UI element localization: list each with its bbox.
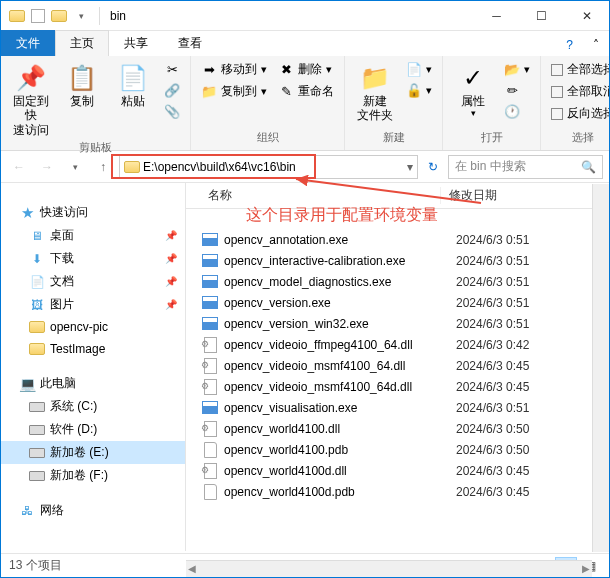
file-list-pane: 这个目录用于配置环境变量 名称 修改日期 opencv_annotation.e… — [186, 183, 609, 551]
up-button[interactable]: ↑ — [91, 155, 115, 179]
sidebar-drive-d[interactable]: 软件 (D:) — [1, 418, 185, 441]
tab-file[interactable]: 文件 — [1, 30, 55, 56]
column-name[interactable]: 名称 — [186, 187, 441, 204]
file-name: opencv_world4100.dll — [224, 422, 456, 436]
copy-button[interactable]: 📋复制 — [58, 59, 106, 111]
search-input[interactable]: 在 bin 中搜索 🔍 — [448, 155, 603, 179]
open-button[interactable]: 📂▾ — [500, 59, 534, 79]
qat-prop-icon[interactable] — [51, 8, 67, 24]
selectall-button[interactable]: 全部选择 — [547, 59, 610, 80]
history-button[interactable]: 🕐 — [500, 101, 534, 121]
dll-icon — [202, 379, 218, 395]
tab-share[interactable]: 共享 — [109, 30, 163, 56]
file-name: opencv_interactive-calibration.exe — [224, 254, 456, 268]
copypath-button[interactable]: 🔗 — [160, 80, 184, 100]
refresh-button[interactable]: ↻ — [422, 156, 444, 178]
file-date: 2024/6/3 0:51 — [456, 317, 529, 331]
easyaccess-button[interactable]: 🔓▾ — [402, 80, 436, 100]
navbar: ← → ▾ ↑ E:\opencv\build\x64\vc16\bin ▾ ↻… — [1, 151, 609, 183]
selectnone-button[interactable]: 全部取消 — [547, 81, 610, 102]
window-title: bin — [110, 9, 126, 23]
copyto-button[interactable]: 📁复制到 ▾ — [197, 81, 271, 102]
file-row[interactable]: opencv_world4100d.dll2024/6/3 0:45 — [186, 460, 609, 481]
newfolder-button[interactable]: 📁新建 文件夹 — [351, 59, 399, 126]
horizontal-scrollbar[interactable]: ▶◀ — [186, 560, 592, 577]
file-date: 2024/6/3 0:45 — [456, 359, 529, 373]
vertical-scrollbar[interactable] — [592, 184, 609, 552]
rename-button[interactable]: ✎重命名 — [274, 81, 338, 102]
file-row[interactable]: opencv_annotation.exe2024/6/3 0:51 — [186, 229, 609, 250]
cut-button[interactable]: ✂ — [160, 59, 184, 79]
sidebar-drive-c[interactable]: 系统 (C:) — [1, 395, 185, 418]
group-select-label: 选择 — [572, 130, 594, 147]
help-button[interactable]: ? — [556, 34, 583, 56]
pictures-icon: 🖼 — [29, 297, 45, 313]
file-name: opencv_world4100d.dll — [224, 464, 456, 478]
file-name: opencv_version.exe — [224, 296, 456, 310]
pdb-icon — [202, 484, 218, 500]
sidebar-network[interactable]: 🖧网络 — [1, 499, 185, 522]
separator — [99, 7, 100, 25]
tab-view[interactable]: 查看 — [163, 30, 217, 56]
selectinvert-button[interactable]: 反向选择 — [547, 103, 610, 124]
file-row[interactable]: opencv_videoio_ffmpeg4100_64.dll2024/6/3… — [186, 334, 609, 355]
sidebar-downloads[interactable]: ⬇下载📌 — [1, 247, 185, 270]
sidebar-this-pc[interactable]: 💻此电脑 — [1, 372, 185, 395]
column-date[interactable]: 修改日期 — [441, 187, 609, 204]
file-row[interactable]: opencv_model_diagnostics.exe2024/6/3 0:5… — [186, 271, 609, 292]
recent-dropdown[interactable]: ▾ — [63, 155, 87, 179]
file-name: opencv_videoio_msmf4100_64d.dll — [224, 380, 456, 394]
drive-icon — [29, 468, 45, 484]
file-row[interactable]: opencv_visualisation.exe2024/6/3 0:51 — [186, 397, 609, 418]
maximize-button[interactable]: ☐ — [519, 1, 564, 30]
delete-button[interactable]: ✖删除 ▾ — [274, 59, 338, 80]
file-name: opencv_annotation.exe — [224, 233, 456, 247]
close-button[interactable]: ✕ — [564, 1, 609, 30]
drive-icon — [29, 399, 45, 415]
sidebar-desktop[interactable]: 🖥桌面📌 — [1, 224, 185, 247]
moveto-icon: ➡ — [201, 62, 217, 78]
edit-button[interactable]: ✏ — [500, 80, 534, 100]
sidebar-drive-f[interactable]: 新加卷 (F:) — [1, 464, 185, 487]
properties-button[interactable]: ✓属性▾ — [449, 59, 497, 122]
file-row[interactable]: opencv_interactive-calibration.exe2024/6… — [186, 250, 609, 271]
group-new-label: 新建 — [383, 130, 405, 147]
file-row[interactable]: opencv_world4100.dll2024/6/3 0:50 — [186, 418, 609, 439]
file-name: opencv_version_win32.exe — [224, 317, 456, 331]
newitem-button[interactable]: 📄▾ — [402, 59, 436, 79]
search-placeholder: 在 bin 中搜索 — [455, 158, 526, 175]
sidebar-folder-2[interactable]: TestImage — [1, 338, 185, 360]
group-organize-label: 组织 — [257, 130, 279, 147]
collapse-ribbon-button[interactable]: ˄ — [583, 34, 609, 56]
back-button[interactable]: ← — [7, 155, 31, 179]
sidebar-quick-access[interactable]: ★快速访问 — [1, 201, 185, 224]
sidebar-documents[interactable]: 📄文档📌 — [1, 270, 185, 293]
file-date: 2024/6/3 0:42 — [456, 338, 529, 352]
forward-button[interactable]: → — [35, 155, 59, 179]
qat-dropdown-icon[interactable]: ▾ — [73, 8, 89, 24]
pasteshort-button[interactable]: 📎 — [160, 101, 184, 121]
file-row[interactable]: opencv_world4100.pdb2024/6/3 0:50 — [186, 439, 609, 460]
exe-icon — [202, 316, 218, 332]
address-bar[interactable]: E:\opencv\build\x64\vc16\bin ▾ — [119, 155, 418, 179]
open-icon: 📂 — [504, 61, 520, 77]
sidebar-drive-e[interactable]: 新加卷 (E:) — [1, 441, 185, 464]
file-row[interactable]: opencv_videoio_msmf4100_64d.dll2024/6/3 … — [186, 376, 609, 397]
sidebar-folder-1[interactable]: opencv-pic — [1, 316, 185, 338]
paste-button[interactable]: 📄粘贴 — [109, 59, 157, 111]
sidebar-pictures[interactable]: 🖼图片📌 — [1, 293, 185, 316]
qat-item-icon[interactable] — [31, 9, 45, 23]
desktop-icon: 🖥 — [29, 228, 45, 244]
file-date: 2024/6/3 0:51 — [456, 233, 529, 247]
file-row[interactable]: opencv_videoio_msmf4100_64.dll2024/6/3 0… — [186, 355, 609, 376]
file-row[interactable]: opencv_version.exe2024/6/3 0:51 — [186, 292, 609, 313]
moveto-button[interactable]: ➡移动到 ▾ — [197, 59, 271, 80]
tab-home[interactable]: 主页 — [55, 30, 109, 56]
file-date: 2024/6/3 0:45 — [456, 485, 529, 499]
file-date: 2024/6/3 0:51 — [456, 275, 529, 289]
pin-quick-access-button[interactable]: 📌固定到快 速访问 — [7, 59, 55, 140]
file-row[interactable]: opencv_world4100d.pdb2024/6/3 0:45 — [186, 481, 609, 502]
file-row[interactable]: opencv_version_win32.exe2024/6/3 0:51 — [186, 313, 609, 334]
minimize-button[interactable]: ─ — [474, 1, 519, 30]
file-date: 2024/6/3 0:51 — [456, 254, 529, 268]
